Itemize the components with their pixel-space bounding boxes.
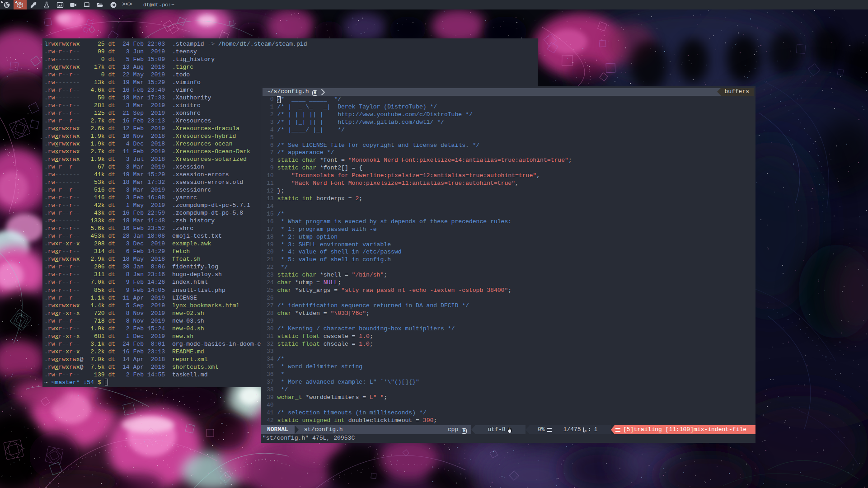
- svg-text:N: N: [585, 430, 586, 432]
